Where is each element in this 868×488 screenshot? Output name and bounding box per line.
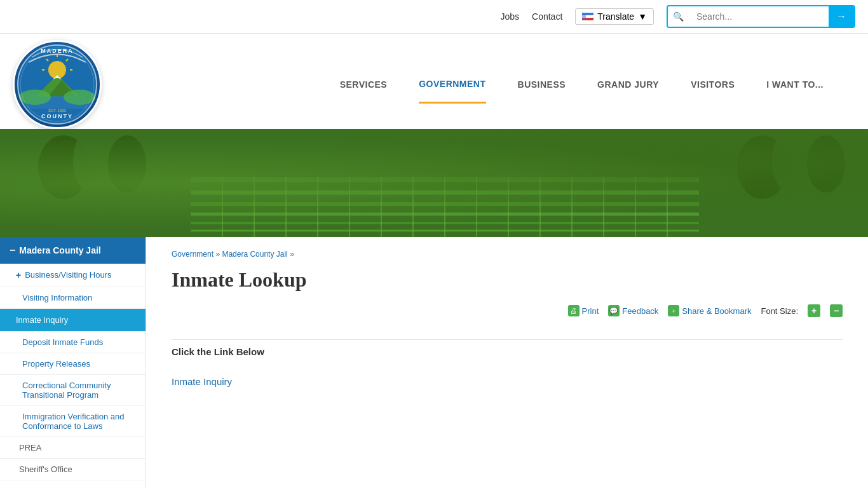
- top-bar: Jobs Contact Translate ▼ 🔍 →: [0, 0, 868, 34]
- header: MADERA COUNTY EST. 1893 SERVICES GOVERNM…: [0, 34, 868, 129]
- svg-point-25: [108, 135, 146, 193]
- sidebar-label: Inmate Inquiry: [16, 315, 68, 325]
- svg-text:EST. 1893: EST. 1893: [48, 109, 66, 112]
- search-icon: 🔍: [668, 8, 689, 25]
- print-label: Print: [582, 306, 599, 316]
- nav-government[interactable]: GOVERNMENT: [419, 66, 485, 104]
- svg-point-24: [73, 129, 118, 196]
- share-icon: +: [668, 305, 679, 316]
- logo[interactable]: MADERA COUNTY EST. 1893: [13, 40, 102, 129]
- sidebar-item-prea[interactable]: PREA: [0, 437, 146, 459]
- breadcrumb-government[interactable]: Government: [172, 250, 214, 259]
- sidebar-label: Deposit Inmate Funds: [22, 337, 103, 347]
- sidebar-item-vine[interactable]: Victim Information Notification Everyday…: [0, 480, 146, 488]
- logo-svg: MADERA COUNTY EST. 1893: [16, 43, 98, 126]
- search-arrow-icon: →: [836, 11, 846, 22]
- translate-chevron-icon: ▼: [638, 11, 647, 22]
- search-bar: 🔍 →: [667, 5, 855, 28]
- svg-point-28: [807, 135, 845, 193]
- sidebar-collapse-icon[interactable]: −: [10, 245, 15, 256]
- main-content: Government » Madera County Jail » Inmate…: [146, 237, 868, 488]
- breadcrumb: Government » Madera County Jail »: [172, 250, 843, 259]
- print-icon: 🖨: [568, 305, 580, 316]
- jobs-link[interactable]: Jobs: [500, 11, 519, 22]
- svg-point-23: [38, 135, 89, 199]
- contact-link[interactable]: Contact: [532, 11, 562, 22]
- breadcrumb-separator: »: [215, 250, 222, 259]
- nav-services[interactable]: SERVICES: [340, 67, 388, 102]
- sidebar-label: Sheriff's Office: [19, 464, 72, 474]
- sidebar-header: − Madera County Jail: [0, 237, 146, 264]
- feedback-label: Feedback: [622, 306, 658, 316]
- breadcrumb-madera-jail[interactable]: Madera County Jail: [222, 250, 287, 259]
- feedback-icon: 💬: [608, 305, 620, 316]
- translate-button[interactable]: Translate ▼: [575, 8, 654, 25]
- svg-rect-3: [582, 13, 586, 20]
- sidebar-label: PREA: [19, 443, 41, 452]
- sidebar-item-sheriffs-office[interactable]: Sheriff's Office: [0, 459, 146, 480]
- nav-i-want-to[interactable]: I WANT TO...: [766, 67, 824, 102]
- share-label: Share & Bookmark: [682, 306, 751, 316]
- font-increase-button[interactable]: +: [808, 304, 820, 317]
- sidebar-title: Madera County Jail: [19, 245, 100, 255]
- sidebar-item-visiting-information[interactable]: Visiting Information: [0, 287, 146, 309]
- hero-image: [0, 129, 868, 237]
- sidebar-item-business-visiting-hours[interactable]: + Business/Visiting Hours: [0, 264, 146, 287]
- svg-rect-22: [0, 129, 868, 237]
- sidebar-label: Visiting Information: [22, 293, 92, 302]
- hero-background: [0, 129, 868, 237]
- translate-label: Translate: [597, 11, 634, 22]
- font-size-label: Font Size:: [761, 306, 798, 316]
- sidebar: − Madera County Jail + Business/Visiting…: [0, 237, 146, 488]
- sidebar-item-immigration[interactable]: Immigration Verification and Conformance…: [0, 406, 146, 437]
- font-decrease-button[interactable]: −: [830, 304, 843, 317]
- toolbar: 🖨 Print 💬 Feedback + Share & Bookmark Fo…: [172, 304, 843, 323]
- nav-visitors[interactable]: VISITORS: [691, 67, 735, 102]
- page-title: Inmate Lookup: [172, 268, 843, 292]
- logo-area: MADERA COUNTY EST. 1893: [13, 40, 102, 129]
- share-button[interactable]: + Share & Bookmark: [668, 305, 751, 316]
- content-wrapper: − Madera County Jail + Business/Visiting…: [0, 237, 868, 488]
- sidebar-item-property-releases[interactable]: Property Releases: [0, 353, 146, 375]
- breadcrumb-separator2: »: [290, 250, 294, 259]
- main-nav: SERVICES GOVERNMENT BUSINESS GRAND JURY …: [315, 66, 849, 104]
- sidebar-item-deposit-inmate-funds[interactable]: Deposit Inmate Funds: [0, 332, 146, 353]
- sidebar-label: Immigration Verification and Conformance…: [22, 412, 124, 431]
- content-divider: [172, 339, 843, 340]
- print-button[interactable]: 🖨 Print: [568, 305, 599, 316]
- sidebar-label: Business/Visiting Hours: [25, 270, 111, 280]
- top-bar-links: Jobs Contact Translate ▼: [500, 8, 654, 25]
- sidebar-label: Correctional Community Transitional Prog…: [22, 381, 111, 400]
- search-input[interactable]: [689, 8, 829, 25]
- nav-business[interactable]: BUSINESS: [518, 67, 566, 102]
- expand-icon: +: [16, 270, 21, 280]
- nav-grand-jury[interactable]: GRAND JURY: [597, 67, 659, 102]
- svg-point-15: [19, 90, 51, 105]
- sidebar-item-cctp[interactable]: Correctional Community Transitional Prog…: [0, 375, 146, 406]
- click-link-label: Click the Link Below: [172, 346, 843, 357]
- sidebar-label: Property Releases: [22, 359, 90, 369]
- vineyard-illustration: [0, 129, 868, 237]
- feedback-button[interactable]: 💬 Feedback: [608, 305, 658, 316]
- sidebar-item-inmate-inquiry[interactable]: Inmate Inquiry: [0, 309, 146, 332]
- search-submit-button[interactable]: →: [829, 6, 854, 27]
- svg-text:MADERA: MADERA: [41, 48, 74, 54]
- svg-point-27: [772, 129, 817, 196]
- svg-point-16: [64, 90, 95, 105]
- inmate-inquiry-link[interactable]: Inmate Inquiry: [172, 376, 232, 387]
- svg-text:COUNTY: COUNTY: [41, 113, 73, 119]
- translate-flag-icon: [582, 13, 593, 20]
- svg-point-26: [737, 135, 788, 199]
